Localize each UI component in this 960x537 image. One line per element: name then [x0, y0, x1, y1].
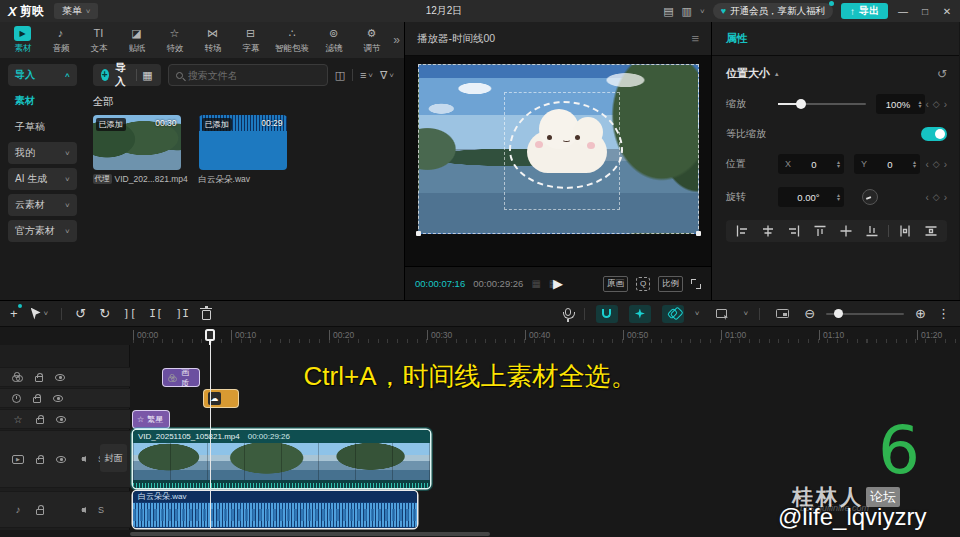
tab-text[interactable]: TI 文本 [80, 26, 117, 55]
distribute-vertical-icon[interactable] [920, 223, 943, 239]
preview-window-button[interactable] [771, 305, 793, 323]
search-input[interactable] [188, 70, 320, 81]
tab-sticker[interactable]: ◪ 贴纸 [118, 26, 155, 55]
add-button[interactable]: + [10, 306, 18, 321]
resize-handle[interactable] [696, 231, 701, 236]
spinner[interactable]: ▴▾ [837, 160, 840, 169]
cover-button[interactable]: 封面 [100, 444, 127, 472]
align-center-vertical-icon[interactable] [834, 223, 857, 239]
sidebar-item-ai-generate[interactable]: AI 生成 ˅ [8, 168, 77, 190]
more-tabs-icon[interactable]: » [393, 33, 400, 47]
distribute-horizontal-icon[interactable] [894, 223, 917, 239]
chevron-down-icon[interactable]: ˅ [695, 309, 700, 318]
lock-icon[interactable] [36, 458, 44, 464]
media-card-audio[interactable]: 已添加 00:29 白云朵朵.wav [199, 115, 287, 186]
cloud-sticker[interactable] [507, 87, 625, 205]
snap-toggle[interactable] [596, 305, 618, 323]
effect-clip[interactable]: ☆ 繁星 [133, 411, 169, 428]
speaker-icon[interactable] [78, 456, 86, 462]
keyframe-prev-icon[interactable]: ‹ [925, 99, 928, 110]
fullscreen-icon[interactable] [691, 279, 701, 289]
tab-effects[interactable]: ☆ 特效 [156, 26, 193, 55]
resize-handle[interactable] [416, 231, 421, 236]
position-size-section[interactable]: 位置大小 [726, 66, 770, 81]
align-center-horizontal-icon[interactable] [756, 223, 779, 239]
visibility-icon[interactable] [56, 456, 66, 463]
rotation-dial[interactable] [862, 189, 878, 205]
sidebar-item-mine[interactable]: 我的 ˅ [8, 142, 77, 164]
import-button[interactable]: + 导入 ▦ [93, 64, 161, 86]
visibility-icon[interactable] [53, 395, 63, 402]
scale-value-box[interactable]: 100% ▴▾ [876, 94, 926, 114]
zoom-in-button[interactable]: ⊕ [915, 306, 926, 321]
lock-icon[interactable] [33, 397, 41, 403]
more-options-icon[interactable]: ⋮ [937, 306, 950, 321]
tab-adjust[interactable]: ⚙ 调节 [353, 26, 390, 55]
keyframe-icon[interactable]: ◇ [933, 159, 940, 169]
view-grid-icon[interactable]: ◫ [335, 69, 345, 82]
align-left-icon[interactable] [730, 223, 753, 239]
keyframe-next-icon[interactable]: › [944, 159, 947, 170]
visibility-icon[interactable] [55, 374, 65, 381]
align-right-icon[interactable] [782, 223, 805, 239]
sidebar-item-official-material[interactable]: 官方素材 ˅ [8, 220, 77, 242]
tab-transitions[interactable]: ⋈ 转场 [194, 26, 231, 55]
record-voiceover-button[interactable] [565, 308, 573, 320]
video-clip[interactable]: VID_20251105_105821.mp4 00:00:29:26 [133, 430, 430, 488]
tab-captions[interactable]: ⊟ 字幕 [232, 26, 269, 55]
align-top-icon[interactable] [808, 223, 831, 239]
qr-code-icon[interactable]: ▦ [142, 69, 152, 82]
horizontal-scrollbar[interactable] [130, 532, 490, 536]
panel-layout-icon[interactable]: ▥ [682, 5, 692, 18]
preview-snap-toggle[interactable] [629, 305, 651, 323]
split-icon[interactable]: ][ [123, 307, 136, 320]
vip-banner[interactable]: ♥ 开通会员，享新人福利 [713, 3, 833, 19]
spinner[interactable]: ▴▾ [913, 160, 916, 169]
frame-view-icon[interactable]: ▦ [531, 278, 540, 289]
playhead-handle[interactable] [205, 329, 215, 341]
filter-icon[interactable]: ∇ ˅ [380, 69, 394, 82]
tab-material[interactable]: ▶ 素材 [4, 26, 41, 55]
keyframe-prev-icon[interactable]: ‹ [925, 192, 928, 203]
sidebar-item-subdraft[interactable]: 子草稿 [8, 116, 77, 138]
lock-icon[interactable] [35, 376, 43, 382]
lock-icon[interactable] [36, 509, 44, 515]
scale-slider[interactable] [778, 103, 866, 105]
keyframe-prev-icon[interactable]: ‹ [925, 159, 928, 170]
select-tool[interactable]: ˅ [31, 308, 49, 320]
reset-icon[interactable]: ↺ [937, 67, 947, 81]
maximize-button[interactable]: □ [918, 6, 932, 17]
position-y-box[interactable]: Y 0 ▴▾ [854, 154, 920, 174]
spinner[interactable]: ▴▾ [918, 100, 921, 109]
sidebar-item-material[interactable]: 素材 [8, 90, 77, 112]
close-button[interactable]: ✕ [940, 6, 954, 17]
timeline-ruler[interactable]: 00:00 00:10 00:20 00:30 00:40 00:50 01:0… [0, 327, 960, 345]
ratio-button[interactable]: 比例 [658, 276, 683, 292]
minimize-button[interactable]: — [896, 6, 910, 17]
align-bottom-icon[interactable] [860, 223, 883, 239]
media-card-video[interactable]: 已添加 00:30 代理 VID_202...821.mp4 [93, 115, 181, 186]
filter-clip[interactable]: 画质 [163, 369, 199, 386]
export-button[interactable]: ↑ 导出 [841, 3, 888, 19]
keyframe-icon[interactable]: ◇ [933, 192, 940, 202]
layout-chevron-icon[interactable]: ˅ [700, 7, 705, 16]
original-quality-button[interactable]: 原画 [603, 276, 628, 292]
lock-icon[interactable] [36, 418, 44, 424]
track-layout-button[interactable] [711, 305, 733, 323]
audio-clip[interactable]: 白云朵朵.wav [133, 491, 417, 528]
play-button[interactable]: ▶ [553, 276, 563, 291]
delete-left-icon[interactable]: I[ [149, 307, 162, 320]
video-preview[interactable] [418, 64, 699, 234]
tab-audio[interactable]: ♪ 音频 [42, 26, 79, 55]
tab-filters[interactable]: ⊚ 滤镜 [315, 26, 352, 55]
slider-knob[interactable] [796, 99, 806, 109]
keyframe-icon[interactable]: ◇ [933, 99, 940, 109]
spinner[interactable]: ▴▾ [837, 193, 840, 202]
sort-icon[interactable]: ≡ ˅ [360, 69, 373, 81]
timeline-zoom-slider[interactable] [826, 313, 904, 315]
zoom-out-button[interactable]: ⊖ [804, 306, 815, 321]
link-toggle[interactable] [662, 305, 684, 323]
playhead-line[interactable] [210, 329, 211, 529]
keyframe-next-icon[interactable]: › [944, 99, 947, 110]
speaker-icon[interactable] [78, 507, 86, 513]
